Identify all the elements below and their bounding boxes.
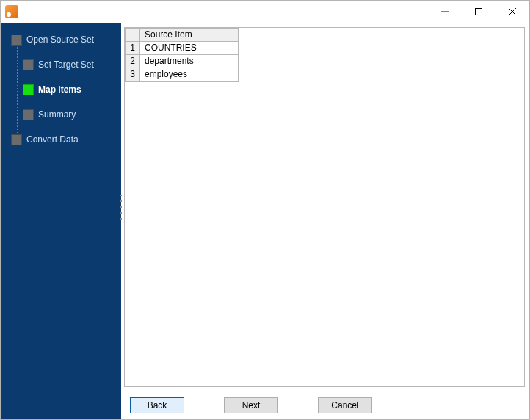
next-button[interactable]: Next <box>224 397 278 413</box>
main-area: Source Item 1 COUNTRIES 2 departments <box>121 23 529 419</box>
step-map-items[interactable]: Map Items <box>1 77 121 102</box>
table-row[interactable]: 1 COUNTRIES <box>126 42 239 55</box>
table-row[interactable]: 3 employees <box>126 68 239 82</box>
source-item-cell[interactable]: employees <box>140 68 239 82</box>
close-button[interactable] <box>495 1 529 23</box>
source-item-cell[interactable]: departments <box>140 55 239 68</box>
step-summary[interactable]: Summary <box>1 102 121 127</box>
step-open-source-set[interactable]: Open Source Set <box>1 27 121 52</box>
row-number: 2 <box>126 55 140 68</box>
step-box-icon <box>23 59 34 70</box>
step-box-icon <box>11 35 22 46</box>
svg-rect-1 <box>476 9 482 15</box>
titlebar <box>1 1 529 23</box>
source-items-table[interactable]: Source Item 1 COUNTRIES 2 departments <box>125 28 239 82</box>
maximize-button[interactable] <box>462 1 495 23</box>
splitter-handle[interactable] <box>120 192 123 222</box>
row-number: 1 <box>126 42 140 55</box>
window-buttons <box>428 1 529 23</box>
step-label: Convert Data <box>26 134 79 145</box>
back-button[interactable]: Back <box>130 397 184 413</box>
step-label: Open Source Set <box>26 35 94 45</box>
column-header-source-item[interactable]: Source Item <box>140 29 239 42</box>
row-number: 3 <box>126 68 140 82</box>
wizard-window: Open Source Set Set Target Set Map Items… <box>0 0 530 420</box>
step-set-target-set[interactable]: Set Target Set <box>1 52 121 77</box>
table-corner <box>126 29 140 42</box>
minimize-button[interactable] <box>428 1 462 23</box>
table-row[interactable]: 2 departments <box>126 55 239 68</box>
step-box-icon <box>11 134 22 145</box>
wizard-steps-sidebar: Open Source Set Set Target Set Map Items… <box>1 23 121 419</box>
step-label: Map Items <box>38 84 81 95</box>
step-label: Set Target Set <box>38 59 94 70</box>
step-label: Summary <box>38 109 76 120</box>
step-convert-data[interactable]: Convert Data <box>1 127 121 152</box>
app-icon <box>5 5 18 18</box>
wizard-footer: Back Next Cancel <box>121 391 529 419</box>
cancel-button[interactable]: Cancel <box>318 397 372 413</box>
step-box-icon <box>23 109 34 120</box>
step-box-icon <box>23 84 34 95</box>
source-item-cell[interactable]: COUNTRIES <box>140 42 239 55</box>
source-items-panel: Source Item 1 COUNTRIES 2 departments <box>124 27 525 387</box>
